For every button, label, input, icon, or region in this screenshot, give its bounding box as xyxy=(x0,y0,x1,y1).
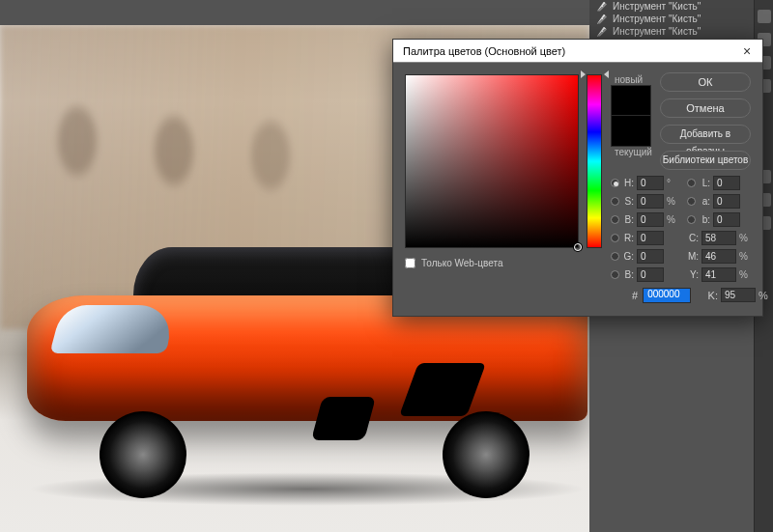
brush-icon xyxy=(597,2,607,12)
hex-label: # xyxy=(632,290,638,301)
sv-cursor[interactable] xyxy=(574,243,582,251)
radio-bc[interactable] xyxy=(611,270,619,279)
hex-input[interactable]: 000000 xyxy=(643,288,691,303)
b-input[interactable]: 0 xyxy=(713,212,740,227)
bc-input[interactable]: 0 xyxy=(637,267,664,282)
dialog-titlebar[interactable]: Палитра цветов (Основной цвет) × xyxy=(393,40,762,63)
radio-a[interactable] xyxy=(687,197,696,206)
color-swatch-compare: новый текущий xyxy=(611,74,659,157)
swatch-new-label: новый xyxy=(611,74,659,85)
ok-button[interactable]: ОК xyxy=(660,72,751,92)
c-input[interactable]: 58 xyxy=(701,231,736,245)
bv-input[interactable]: 0 xyxy=(637,212,664,227)
a-input[interactable]: 0 xyxy=(713,194,740,209)
swatch-current-label: текущий xyxy=(611,147,659,157)
radio-b[interactable] xyxy=(687,215,696,224)
tool-label: Инструмент "Кисть" xyxy=(613,1,701,12)
swatch-current[interactable] xyxy=(611,116,651,147)
radio-g[interactable] xyxy=(611,252,619,261)
tool-label: Инструмент "Кисть" xyxy=(613,26,701,37)
hue-slider-handle[interactable] xyxy=(604,70,609,78)
radio-h[interactable] xyxy=(611,179,619,187)
color-value-fields: H:0° L:0 S:0% a:0 B:0% b:0 R:0 C:58% G:0… xyxy=(611,174,760,284)
close-icon[interactable]: × xyxy=(737,43,757,59)
h-input[interactable]: 0 xyxy=(637,176,664,190)
dialog-title: Палитра цветов (Основной цвет) xyxy=(403,45,565,57)
color-picker-dialog: Палитра цветов (Основной цвет) × новый т… xyxy=(392,39,763,317)
web-colors-only-checkbox[interactable]: Только Web-цвета xyxy=(405,258,502,268)
tools-flyout: Инструмент "Кисть" Инструмент "Кисть" Ин… xyxy=(589,0,754,39)
cancel-button[interactable]: Отмена xyxy=(660,98,751,118)
k-input[interactable]: 95 xyxy=(721,288,756,302)
l-input[interactable]: 0 xyxy=(713,176,740,190)
brush-icon xyxy=(597,14,607,24)
r-input[interactable]: 0 xyxy=(637,231,664,245)
y-input[interactable]: 41 xyxy=(701,267,736,282)
web-colors-only-input[interactable] xyxy=(405,258,415,268)
color-libraries-button[interactable]: Библиотеки цветов xyxy=(660,151,751,170)
hue-slider[interactable] xyxy=(587,74,602,248)
m-input[interactable]: 46 xyxy=(701,249,736,264)
swatch-new xyxy=(611,85,651,116)
brush-icon xyxy=(597,27,607,37)
s-input[interactable]: 0 xyxy=(637,194,664,209)
add-swatch-button[interactable]: Добавить в образцы xyxy=(660,125,751,144)
radio-s[interactable] xyxy=(611,197,619,206)
tool-brush-1[interactable]: Инструмент "Кисть" xyxy=(589,0,754,13)
tool-label: Инструмент "Кисть" xyxy=(613,14,701,24)
saturation-value-field[interactable] xyxy=(405,74,579,248)
panel-icon[interactable] xyxy=(758,10,771,23)
tool-brush-3[interactable]: Инструмент "Кисть" xyxy=(589,25,754,38)
web-colors-only-label: Только Web-цвета xyxy=(421,258,502,268)
g-input[interactable]: 0 xyxy=(637,249,664,264)
radio-r[interactable] xyxy=(611,234,619,242)
radio-bv[interactable] xyxy=(611,215,619,224)
hue-slider-handle[interactable] xyxy=(581,70,586,78)
radio-l[interactable] xyxy=(687,179,696,187)
tool-brush-2[interactable]: Инструмент "Кисть" xyxy=(589,13,754,25)
